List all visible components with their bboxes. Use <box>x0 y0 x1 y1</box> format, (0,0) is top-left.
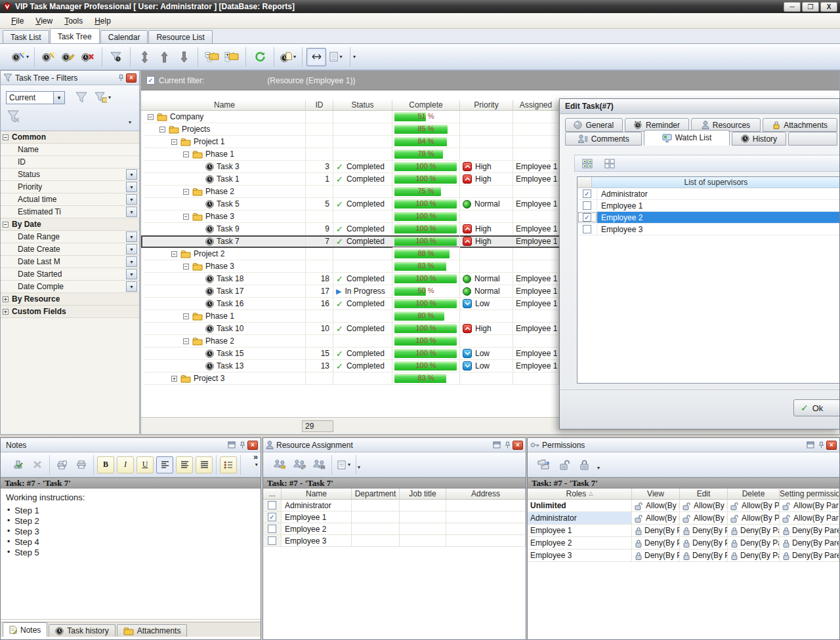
move-down-button[interactable] <box>174 48 194 66</box>
underline-button[interactable]: U <box>136 456 154 473</box>
assign-resource-button[interactable] <box>272 456 289 473</box>
restore-panel-icon[interactable] <box>492 441 501 450</box>
filter-group-by-date[interactable]: −By Date <box>1 218 139 231</box>
filter-field-date-last-m[interactable]: Date Last M▼ <box>1 256 139 268</box>
supervisor-row-employee-3[interactable]: Employee 3 <box>578 224 840 235</box>
filter-field-date-range[interactable]: Date Range▼ <box>1 231 139 243</box>
dialog-tab-general[interactable]: General <box>565 118 623 132</box>
new-task-button[interactable]: ▾ <box>10 48 30 66</box>
dialog-tab-history[interactable]: History <box>732 132 787 146</box>
align-right-button[interactable] <box>196 456 213 473</box>
supervisor-row-employee-1[interactable]: Employee 1 <box>578 200 840 212</box>
notes-overflow-icon[interactable]: » <box>253 452 258 462</box>
resource-column-job-title[interactable]: Job title <box>400 489 446 499</box>
notes-tab-notes[interactable]: Notes <box>3 622 47 637</box>
chevron-down-icon[interactable]: ▼ <box>126 182 137 192</box>
chevron-down-icon[interactable]: ▼ <box>126 231 137 242</box>
toolbar-overflow-icon[interactable]: ▾ <box>353 54 356 60</box>
resource-checkbox[interactable]: ✓ <box>268 513 276 521</box>
expand-collapse-button[interactable] <box>135 48 154 66</box>
chevron-down-icon[interactable]: ▾ <box>293 54 296 60</box>
remove-assignment-button[interactable] <box>311 456 328 473</box>
permission-row-employee-1[interactable]: Employee 1Deny(By Parent)Deny(By Parent)… <box>528 525 839 537</box>
supervisor-checkbox[interactable] <box>583 225 591 233</box>
filter-preset-select[interactable]: Current ▼ <box>6 91 65 104</box>
expand-icon[interactable]: + <box>171 376 177 382</box>
filter-group-custom-fields[interactable]: +Custom Fields <box>1 306 139 318</box>
filter-overflow-icon[interactable]: ▾ <box>121 114 138 130</box>
resource-column-name[interactable]: Name <box>282 489 352 499</box>
collapse-icon[interactable]: − <box>183 338 189 344</box>
new-subtask-button[interactable] <box>39 48 58 66</box>
chevron-down-icon[interactable]: ▼ <box>126 194 137 205</box>
delete-task-button[interactable] <box>78 48 98 66</box>
dialog-tab-watch-list[interactable]: Watch List <box>644 130 729 146</box>
permissions-toolbar-overflow-icon[interactable]: ▾ <box>597 465 600 471</box>
close-panel-icon[interactable]: × <box>126 73 136 83</box>
fit-columns-button[interactable] <box>306 48 326 66</box>
collapse-icon[interactable]: − <box>159 127 165 132</box>
collapse-icon[interactable]: − <box>183 313 189 319</box>
menu-tools[interactable]: Tools <box>58 14 89 28</box>
collapse-icon[interactable]: − <box>171 251 177 257</box>
permission-row-employee-3[interactable]: Employee 3Deny(By Parent)Deny(By Parent)… <box>528 550 839 562</box>
tab-calendar[interactable]: Calendar <box>100 30 148 43</box>
close-button[interactable]: X <box>820 2 837 12</box>
collapse-icon[interactable]: − <box>183 264 189 270</box>
chevron-down-icon[interactable]: ▼ <box>126 269 137 279</box>
refresh-button[interactable] <box>250 48 270 66</box>
apply-filter-button[interactable] <box>73 89 90 105</box>
permission-row-unlimited[interactable]: UnlimitedAllow(By Parent)Allow(By Parent… <box>528 500 839 512</box>
resource-checkbox[interactable] <box>268 501 276 510</box>
chevron-down-icon[interactable]: ▾ <box>26 54 29 60</box>
permissions-column-edit[interactable]: Edit <box>680 489 728 499</box>
chevron-down-icon[interactable]: ▼ <box>53 92 64 104</box>
permissions-column-delete[interactable]: Delete <box>728 489 780 499</box>
align-center-button[interactable] <box>176 456 193 473</box>
minimize-button[interactable]: ─ <box>784 2 801 12</box>
expand-icon[interactable]: + <box>3 309 9 315</box>
permissions-column-view[interactable]: View <box>632 489 680 499</box>
close-panel-icon[interactable]: × <box>513 441 523 450</box>
notes-editor[interactable]: Working instructions: •Step 1•Step 2•Ste… <box>1 489 261 620</box>
filter-field-name[interactable]: Name <box>1 144 139 156</box>
italic-button[interactable]: I <box>117 456 134 473</box>
filter-field-date-create[interactable]: Date Create▼ <box>1 243 139 256</box>
chevron-down-icon[interactable]: ▾ <box>255 462 258 468</box>
filter-field-date-started[interactable]: Date Started▼ <box>1 268 139 281</box>
chevron-down-icon[interactable]: ▼ <box>126 169 137 180</box>
resource-toolbar-overflow-icon[interactable]: ▾ <box>358 464 360 470</box>
restore-panel-icon[interactable] <box>805 441 815 450</box>
copy-permissions-button[interactable] <box>536 456 553 473</box>
lock-permissions-button[interactable] <box>576 456 593 473</box>
filter-field-estimated-ti[interactable]: Estimated Ti▼ <box>1 206 139 218</box>
expand-icon[interactable]: + <box>3 296 9 302</box>
filter-field-priority[interactable]: Priority▼ <box>1 181 139 193</box>
column-header-status[interactable]: Status <box>333 100 392 110</box>
bullet-list-button[interactable] <box>220 456 237 473</box>
chevron-down-icon[interactable]: ▾ <box>339 54 342 60</box>
supervisor-checkbox[interactable] <box>583 201 591 210</box>
collapse-icon[interactable]: − <box>3 134 9 140</box>
collapse-icon[interactable]: − <box>183 214 189 220</box>
filter-tasks-button[interactable] <box>106 48 126 66</box>
filter-group-common[interactable]: −Common <box>1 131 139 144</box>
menu-view[interactable]: View <box>30 14 58 28</box>
column-header-name[interactable]: Name <box>144 100 306 110</box>
column-header-complete[interactable]: Complete <box>392 100 460 110</box>
print-button[interactable] <box>73 456 90 473</box>
column-header-priority[interactable]: Priority <box>460 100 513 110</box>
dialog-tab-blank[interactable] <box>788 132 837 146</box>
supervisor-checkbox[interactable]: ✓ <box>583 213 591 222</box>
chevron-down-icon[interactable]: ▼ <box>126 281 137 292</box>
delete-note-button[interactable] <box>29 456 46 473</box>
permission-row-administrator[interactable]: AdministratorAllow(By Parent)Allow(By Pa… <box>528 512 839 525</box>
expand-tree-button[interactable] <box>222 48 242 66</box>
dialog-titlebar[interactable]: Edit Task(#7) <box>560 99 839 114</box>
print-preview-button[interactable] <box>53 456 70 473</box>
filter-field-actual-time[interactable]: Actual time▼ <box>1 193 139 206</box>
edit-task-button[interactable] <box>58 48 78 66</box>
clear-filter-button[interactable] <box>6 109 23 125</box>
filter-field-status[interactable]: Status▼ <box>1 169 139 181</box>
ok-button[interactable]: ✓ Ok <box>793 399 840 416</box>
